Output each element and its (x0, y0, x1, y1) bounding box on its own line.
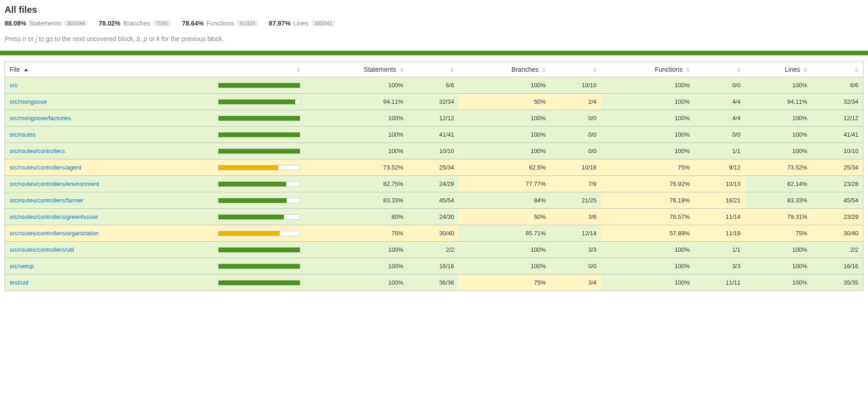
file-link[interactable]: src/setup (10, 263, 34, 270)
coverage-bar (218, 198, 300, 203)
coverage-bar (218, 83, 300, 88)
functions-count: 11/14 (694, 209, 745, 225)
coverage-bar-fill (218, 83, 300, 88)
file-link[interactable]: src/mongoose/factories (10, 115, 71, 122)
functions-pct: 100% (601, 127, 694, 143)
col-lines[interactable]: Lines (745, 62, 812, 77)
statements-count: 30/40 (408, 225, 459, 242)
branches-pct: 62.5% (458, 159, 550, 176)
col-label: Functions (655, 66, 682, 73)
coverage-bar (218, 148, 300, 154)
bar-cell (213, 242, 305, 258)
sort-icon (686, 68, 690, 72)
col-functions-count[interactable] (694, 62, 745, 77)
coverage-bar (218, 247, 300, 253)
statements-count: 6/6 (408, 77, 459, 94)
col-branches[interactable]: Branches (458, 62, 550, 77)
file-link[interactable]: src/routes/controllers/agent (10, 164, 81, 171)
coverage-bar-fill (218, 281, 300, 285)
file-cell: src/routes/controllers (5, 143, 214, 159)
summary-count: 81/103 (237, 20, 258, 26)
branches-pct: 84% (458, 192, 550, 209)
table-row: test/util100%36/3675%3/4100%11/11100%35/… (5, 275, 863, 291)
file-link[interactable]: src (10, 82, 17, 89)
file-link[interactable]: src/routes/controllers/greenhouse (10, 213, 98, 220)
col-functions[interactable]: Functions (601, 62, 694, 77)
file-link[interactable]: src/routes/controllers/organization (10, 230, 99, 237)
lines-count: 6/6 (812, 77, 863, 94)
lines-count: 16/16 (812, 258, 863, 275)
branches-count: 3/3 (550, 242, 601, 258)
lines-pct: 100% (745, 110, 812, 127)
statements-count: 25/34 (408, 159, 459, 176)
branches-pct: 100% (458, 258, 550, 275)
file-link[interactable]: src/mongoose (10, 98, 47, 105)
table-row: src/routes/controllers/agent73.52%25/346… (5, 159, 863, 176)
col-lines-count[interactable] (812, 62, 863, 77)
lines-pct: 75% (745, 225, 812, 242)
col-branches-count[interactable] (550, 62, 601, 77)
summary-pct: 88.08% (5, 20, 26, 27)
coverage-bar-fill (218, 165, 278, 170)
bar-cell (213, 176, 305, 192)
statements-pct: 80% (305, 209, 408, 225)
col-statements[interactable]: Statements (305, 62, 408, 77)
col-pic[interactable] (213, 62, 305, 77)
branches-count: 7/9 (550, 176, 601, 192)
sort-icon (400, 68, 404, 72)
functions-pct: 100% (601, 258, 694, 275)
table-row: src/routes/controllers/environment82.75%… (5, 176, 863, 192)
functions-count: 10/13 (694, 176, 745, 192)
functions-count: 1/1 (694, 143, 745, 159)
coverage-bar (218, 264, 300, 269)
file-cell: src/routes/controllers/agent (5, 159, 214, 176)
table-row: src/routes100%41/41100%0/0100%0/0100%41/… (5, 127, 863, 143)
bar-cell (213, 192, 305, 209)
functions-count: 4/4 (694, 110, 745, 127)
statements-count: 32/34 (408, 94, 459, 110)
col-statements-count[interactable] (408, 62, 459, 77)
branches-count: 0/0 (550, 258, 601, 275)
summary-label: Branches (123, 20, 150, 27)
functions-pct: 78.57% (601, 209, 694, 225)
statements-pct: 100% (305, 258, 408, 275)
file-link[interactable]: src/routes/controllers/util (10, 246, 74, 253)
branches-pct: 50% (458, 209, 550, 225)
file-cell: test/util (5, 275, 214, 291)
file-link[interactable]: src/routes/controllers (10, 148, 65, 154)
table-row: src100%6/6100%10/10100%0/0100%6/6 (5, 77, 863, 94)
file-link[interactable]: src/routes/controllers/farmer (10, 197, 84, 204)
sort-icon (593, 68, 596, 72)
branches-count: 21/25 (550, 192, 601, 209)
col-file[interactable]: File (5, 62, 214, 77)
lines-count: 35/35 (812, 275, 863, 291)
hint-text: or (26, 35, 35, 42)
lines-pct: 79.31% (745, 209, 812, 225)
summary-item: 87.97%Lines300/341 (269, 20, 335, 27)
functions-count: 16/21 (694, 192, 745, 209)
lines-count: 41/41 (812, 127, 863, 143)
branches-pct: 77.77% (458, 176, 550, 192)
branches-count: 2/4 (550, 94, 601, 110)
lines-count: 30/40 (812, 225, 863, 242)
coverage-bar (218, 99, 300, 105)
statements-count: 16/16 (408, 258, 459, 275)
sort-icon (542, 68, 546, 72)
file-cell: src/routes/controllers/environment (5, 176, 214, 192)
file-link[interactable]: test/util (10, 279, 28, 286)
coverage-bar-fill (218, 264, 300, 269)
file-cell: src/routes/controllers/farmer (5, 192, 214, 209)
coverage-bar-fill (218, 149, 300, 154)
table-row: src/mongoose/factories100%12/12100%0/010… (5, 110, 863, 127)
branches-count: 3/4 (550, 275, 601, 291)
statements-pct: 100% (305, 110, 408, 127)
file-link[interactable]: src/routes (10, 131, 36, 138)
file-cell: src/routes/controllers/greenhouse (5, 209, 214, 225)
sort-asc-icon (24, 69, 28, 71)
sort-icon (804, 68, 807, 72)
file-link[interactable]: src/routes/controllers/environment (10, 180, 99, 187)
hint-text: Press (5, 35, 23, 42)
file-cell: src/routes (5, 127, 214, 143)
functions-pct: 100% (601, 94, 694, 110)
statements-pct: 75% (305, 225, 408, 242)
